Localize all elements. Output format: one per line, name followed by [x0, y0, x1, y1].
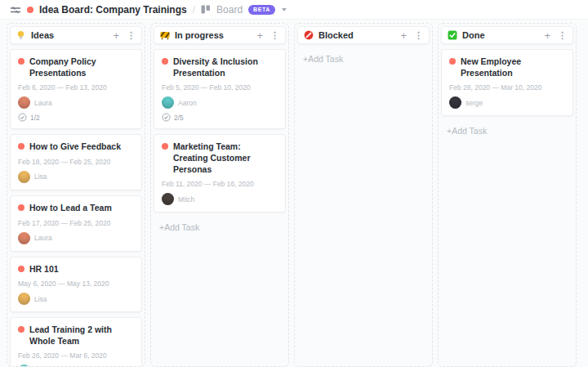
task-status-dot-icon — [18, 143, 24, 150]
assignee-name: serge — [466, 99, 483, 107]
views-toggle-icon[interactable] — [10, 5, 21, 15]
top-bar: Idea Board: Company Trainings / Board BE… — [0, 0, 588, 20]
blocked-icon — [304, 30, 314, 40]
checklist-count: 2/5 — [174, 114, 184, 122]
add-task-plus-icon[interactable]: + — [544, 30, 550, 41]
assignee-name: Mitch — [178, 195, 194, 204]
column-title: Blocked — [318, 30, 354, 40]
avatar — [18, 232, 30, 244]
task-card[interactable]: Diversity & Inclusion Presentation Feb 5… — [154, 49, 286, 129]
task-card[interactable]: Company Policy Presentations Feb 6, 2020… — [10, 49, 142, 129]
page-title: Idea Board: Company Trainings — [39, 4, 187, 16]
chevron-down-icon[interactable] — [282, 8, 287, 11]
checklist-icon — [18, 113, 27, 122]
assignee-name: Lisa — [34, 295, 47, 303]
task-title: How to Give Feedback — [29, 141, 121, 153]
column-menu-icon[interactable]: ⋮ — [270, 31, 279, 40]
assignee-name: Aaron — [178, 99, 197, 107]
column-header[interactable]: Done + ⋮ — [441, 26, 573, 44]
add-task-button[interactable]: +Add Task — [297, 49, 430, 67]
construction-icon — [160, 30, 170, 40]
task-date-range: Feb 5, 2020 — Feb 10, 2020 — [162, 83, 278, 92]
board-column: In progress + ⋮ Diversity & Inclusion Pr… — [150, 23, 289, 367]
assignee-name: Laura — [34, 234, 52, 242]
view-label[interactable]: Board — [216, 4, 243, 16]
task-date-range: Feb 26, 2020 — Mar 6, 2020 — [18, 351, 134, 360]
task-title: How to Lead a Team — [29, 203, 112, 214]
board-column: Blocked + ⋮ +Add Task — [294, 23, 433, 367]
board-columns: Ideas + ⋮ Company Policy Presentations F… — [0, 20, 588, 367]
add-task-button[interactable]: +Add Task — [441, 121, 573, 139]
task-title: Company Policy Presentations — [29, 56, 134, 78]
task-title: New Employee Presentation — [461, 56, 565, 78]
avatar — [449, 96, 461, 109]
add-task-button[interactable]: +Add Task — [154, 217, 286, 235]
column-title: In progress — [175, 30, 224, 40]
column-header[interactable]: Ideas + ⋮ — [10, 26, 142, 44]
task-date-range: Feb 17, 2020 — Feb 25, 2020 — [18, 219, 134, 227]
task-card[interactable]: How to Lead a Team Feb 17, 2020 — Feb 25… — [10, 195, 142, 252]
breadcrumb-separator: / — [193, 4, 195, 16]
beta-badge: BETA — [248, 5, 275, 15]
add-task-plus-icon[interactable]: + — [400, 30, 407, 41]
task-status-dot-icon — [449, 58, 456, 65]
avatar — [18, 96, 30, 109]
task-date-range: Feb 18, 2020 — Feb 25, 2020 — [18, 158, 134, 166]
avatar — [162, 193, 174, 205]
task-status-dot-icon — [162, 143, 168, 150]
task-card[interactable]: How to Give Feedback Feb 18, 2020 — Feb … — [10, 134, 142, 190]
check-icon — [448, 30, 457, 40]
checklist-count: 1/2 — [30, 114, 40, 122]
task-card[interactable]: Marketing Team: Creating Customer Person… — [154, 134, 286, 213]
task-card[interactable]: New Employee Presentation Feb 28, 2020 —… — [441, 49, 573, 116]
column-cards: Diversity & Inclusion Presentation Feb 5… — [154, 49, 286, 235]
board-view-icon — [201, 5, 211, 14]
task-status-dot-icon — [18, 326, 24, 333]
board-column: Done + ⋮ New Employee Presentation Feb 2… — [438, 23, 577, 367]
task-status-dot-icon — [18, 58, 24, 65]
task-title: Lead Training 2 with Whole Team — [29, 324, 134, 347]
task-title: Marketing Team: Creating Customer Person… — [173, 141, 278, 175]
column-menu-icon[interactable]: ⋮ — [558, 31, 567, 40]
column-cards: New Employee Presentation Feb 28, 2020 —… — [441, 49, 573, 139]
column-cards: +Add Task — [297, 49, 430, 67]
task-date-range: May 6, 2020 — May 13, 2020 — [18, 280, 134, 288]
task-date-range: Feb 28, 2020 — Mar 10, 2020 — [449, 83, 565, 92]
checklist-icon — [162, 113, 171, 122]
task-status-dot-icon — [18, 266, 24, 272]
column-title: Ideas — [31, 30, 54, 40]
avatar — [162, 96, 174, 109]
avatar — [18, 293, 30, 305]
column-header[interactable]: Blocked + ⋮ — [297, 26, 430, 44]
assignee-name: Laura — [34, 99, 52, 107]
task-date-range: Feb 6, 2020 — Feb 13, 2020 — [18, 83, 134, 92]
column-menu-icon[interactable]: ⋮ — [414, 31, 423, 40]
task-status-dot-icon — [18, 204, 24, 211]
task-title: Diversity & Inclusion Presentation — [173, 56, 278, 78]
column-header[interactable]: In progress + ⋮ — [154, 26, 286, 44]
task-status-dot-icon — [162, 58, 168, 65]
column-menu-icon[interactable]: ⋮ — [127, 31, 136, 40]
task-card[interactable]: HR 101 May 6, 2020 — May 13, 2020 Lisa — [10, 257, 142, 313]
add-task-plus-icon[interactable]: + — [113, 30, 119, 41]
task-date-range: Feb 11, 2020 — Feb 16, 2020 — [162, 180, 278, 188]
task-title: HR 101 — [29, 264, 59, 275]
task-card[interactable]: Lead Training 2 with Whole Team Feb 26, … — [10, 317, 142, 367]
lightbulb-icon — [16, 30, 26, 40]
list-status-dot-icon — [27, 7, 33, 13]
column-title: Done — [462, 30, 485, 40]
avatar — [18, 171, 30, 183]
add-task-plus-icon[interactable]: + — [256, 30, 263, 41]
column-cards: Company Policy Presentations Feb 6, 2020… — [10, 49, 142, 367]
board-column: Ideas + ⋮ Company Policy Presentations F… — [7, 23, 145, 367]
assignee-name: Lisa — [34, 172, 47, 181]
